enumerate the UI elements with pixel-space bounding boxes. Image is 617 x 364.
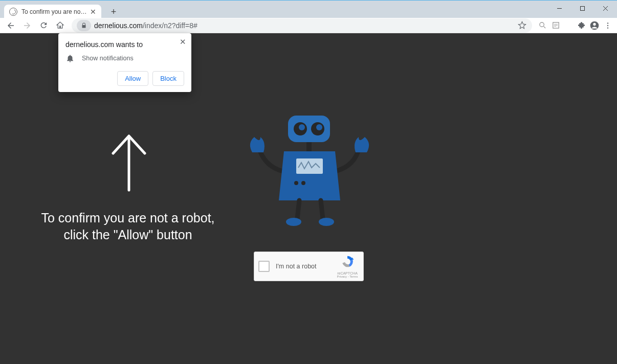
recaptcha-links[interactable]: Privacy - Terms — [336, 275, 359, 278]
tab-title: To confirm you are not a robot, c — [21, 8, 87, 15]
svg-point-26 — [286, 218, 301, 226]
robot-illustration — [243, 112, 376, 230]
window-titlebar: To confirm you are not a robot, c ✕ + — [0, 0, 617, 18]
back-button[interactable] — [4, 19, 17, 32]
url-text: dernelious.com/index/n2?diff=8# — [94, 21, 197, 30]
svg-point-13 — [607, 25, 608, 26]
recaptcha-label: I'm not a robot — [276, 263, 336, 270]
reload-button[interactable] — [37, 19, 50, 32]
home-button[interactable] — [53, 19, 67, 32]
url-path: /index/n2?diff=8# — [143, 21, 197, 30]
instruction-line-2: click the "Allow" button — [26, 226, 230, 243]
svg-rect-1 — [581, 6, 585, 10]
forward-button[interactable] — [20, 19, 34, 32]
reader-icon[interactable] — [550, 20, 561, 31]
svg-line-25 — [321, 200, 323, 219]
bookmark-star-icon[interactable] — [517, 20, 527, 31]
browser-toolbar: dernelious.com/index/n2?diff=8# — [0, 18, 617, 33]
svg-line-24 — [297, 200, 299, 219]
site-info-button[interactable] — [77, 20, 91, 31]
profile-icon[interactable] — [589, 20, 600, 31]
allow-button[interactable]: Allow — [117, 71, 148, 86]
instruction-text: To confirm you are not a robot, click th… — [26, 210, 230, 243]
block-button[interactable]: Block — [152, 71, 184, 86]
prompt-title: dernelious.com wants to — [65, 40, 184, 49]
svg-point-4 — [539, 22, 544, 27]
minimize-button[interactable] — [548, 1, 571, 16]
svg-rect-15 — [306, 141, 312, 152]
prompt-close-icon[interactable]: ✕ — [180, 37, 186, 47]
menu-icon[interactable] — [603, 20, 613, 31]
arrow-up-icon — [110, 133, 148, 192]
lock-icon — [81, 22, 87, 29]
maximize-button[interactable] — [571, 1, 594, 16]
instruction-line-1: To confirm you are not a robot, — [26, 210, 230, 226]
window-controls — [548, 1, 617, 16]
svg-point-23 — [301, 181, 305, 185]
new-tab-button[interactable]: + — [107, 6, 120, 18]
svg-line-5 — [543, 27, 545, 29]
recaptcha-widget: I'm not a robot reCAPTCHA Privacy - Term… — [254, 252, 364, 281]
close-tab-icon[interactable]: ✕ — [90, 8, 96, 16]
globe-icon — [9, 8, 17, 16]
svg-point-22 — [294, 181, 298, 185]
svg-point-12 — [607, 22, 608, 24]
recaptcha-badge: reCAPTCHA Privacy - Terms — [336, 255, 359, 278]
extensions-icon[interactable] — [576, 20, 586, 31]
recaptcha-brand: reCAPTCHA — [336, 271, 359, 275]
svg-point-19 — [299, 124, 305, 130]
svg-point-27 — [319, 218, 334, 226]
recaptcha-checkbox[interactable] — [258, 261, 270, 272]
window-close-button[interactable] — [594, 1, 617, 16]
recaptcha-logo-icon — [340, 255, 355, 269]
url-host: dernelious.com — [94, 21, 143, 30]
browser-tab[interactable]: To confirm you are not a robot, c ✕ — [4, 5, 101, 18]
svg-point-20 — [316, 124, 322, 130]
bell-icon — [65, 54, 75, 63]
zoom-icon[interactable] — [537, 20, 547, 31]
svg-point-11 — [593, 22, 596, 25]
notification-permission-prompt: ✕ dernelious.com wants to Show notificat… — [58, 33, 191, 92]
svg-point-14 — [607, 27, 608, 28]
prompt-permission-label: Show notifications — [82, 55, 134, 62]
address-bar[interactable]: dernelious.com/index/n2?diff=8# — [72, 18, 532, 33]
